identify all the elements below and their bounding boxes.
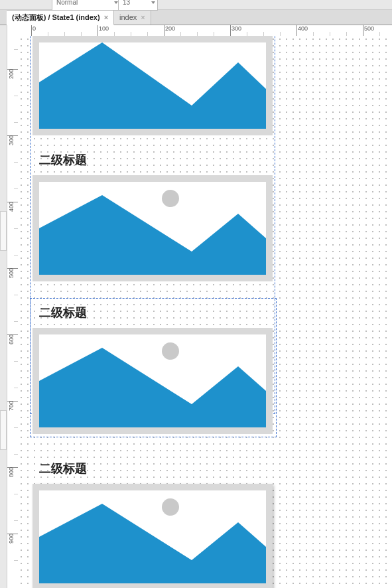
svg-marker-0 bbox=[39, 42, 266, 129]
workspace: 0 100 200 300 400 500 200 bbox=[0, 25, 392, 588]
format-toolbar: Normal 13 bbox=[0, 0, 392, 10]
image-placeholder[interactable] bbox=[33, 328, 273, 434]
second-level-heading[interactable]: 二级标题 bbox=[39, 305, 87, 321]
image-placeholder[interactable] bbox=[33, 36, 273, 135]
paragraph-style-value: Normal bbox=[56, 0, 78, 6]
vertical-ruler[interactable]: 200 300 400 500 600 700 800 900 bbox=[7, 36, 19, 588]
font-size-value: 13 bbox=[123, 0, 130, 6]
left-panel-gutter bbox=[0, 25, 7, 588]
ruler-tick-label: 100 bbox=[99, 25, 109, 32]
image-placeholder[interactable] bbox=[33, 484, 273, 588]
ruler-corner bbox=[7, 25, 19, 37]
paragraph-style-dropdown[interactable]: Normal bbox=[52, 0, 121, 11]
panel-expand-handle[interactable] bbox=[0, 211, 7, 251]
font-size-dropdown[interactable]: 13 bbox=[118, 0, 158, 11]
panel-expand-handle[interactable] bbox=[0, 410, 7, 450]
close-icon[interactable]: × bbox=[104, 11, 108, 25]
ruler-tick-label: 800 bbox=[8, 467, 15, 477]
ruler-tick-label: 300 bbox=[8, 135, 15, 145]
ruler-tick-label: 400 bbox=[8, 202, 15, 212]
ruler-tick-label: 500 bbox=[8, 268, 15, 278]
image-placeholder[interactable] bbox=[33, 175, 273, 281]
svg-marker-3 bbox=[39, 504, 266, 583]
ruler-tick-label: 0 bbox=[33, 25, 36, 32]
second-level-heading[interactable]: 二级标题 bbox=[39, 461, 87, 477]
tab-label: (动态面板) / State1 (index) bbox=[12, 11, 100, 25]
ruler-tick-label: 700 bbox=[8, 401, 15, 411]
tab-dynamic-panel-state1[interactable]: (动态面板) / State1 (index) × bbox=[7, 10, 114, 25]
document-tab-bar: (动态面板) / State1 (index) × index × bbox=[0, 10, 392, 25]
tab-index[interactable]: index × bbox=[114, 10, 151, 25]
chevron-down-icon bbox=[151, 1, 155, 4]
close-icon[interactable]: × bbox=[141, 11, 145, 25]
horizontal-ruler[interactable]: 0 100 200 300 400 500 bbox=[18, 25, 392, 37]
ruler-tick-label: 400 bbox=[298, 25, 308, 32]
canvas-wrap: 0 100 200 300 400 500 200 bbox=[7, 25, 392, 588]
second-level-heading[interactable]: 二级标题 bbox=[39, 152, 87, 168]
svg-marker-2 bbox=[39, 348, 266, 427]
ruler-tick-label: 900 bbox=[8, 534, 15, 544]
ruler-tick-label: 300 bbox=[231, 25, 241, 32]
ruler-tick-label: 200 bbox=[8, 69, 15, 79]
svg-marker-1 bbox=[39, 195, 266, 275]
tab-label: index bbox=[119, 11, 137, 25]
ruler-tick-label: 500 bbox=[364, 25, 374, 32]
ruler-tick-label: 600 bbox=[8, 334, 15, 344]
ruler-tick-label: 200 bbox=[165, 25, 175, 32]
design-canvas[interactable]: 二级标题 二级标题 bbox=[18, 36, 392, 588]
